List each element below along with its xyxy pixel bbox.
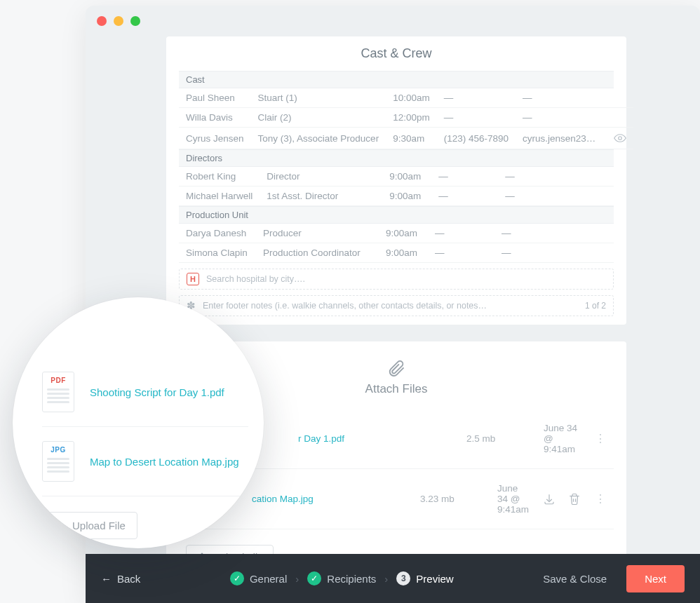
person-email: — [516, 88, 607, 108]
download-icon[interactable] [543, 493, 556, 506]
call-time: 9:00am [382, 167, 431, 187]
person-phone: (123) 456-7890 [437, 128, 516, 149]
footer-notes-placeholder: Enter footer notes (i.e. walkie channels… [203, 301, 487, 311]
table-row[interactable]: Willa DavisClair (2)12:00pm—— [179, 108, 633, 128]
table-row[interactable]: Cyrus JensenTony (3), Associate Producer… [179, 128, 633, 149]
more-icon[interactable]: ⋮ [595, 437, 607, 441]
call-time: 9:30am [386, 128, 437, 149]
group-header: Production Unit [179, 206, 614, 224]
person-role: 1st Asst. Director [260, 187, 382, 206]
person-role: Director [260, 167, 382, 187]
person-name: Willa Davis [179, 108, 251, 128]
chevron-right-icon: › [295, 573, 299, 585]
file-badge: JPG [51, 446, 66, 454]
group-header: Directors [179, 149, 614, 167]
step-number-icon: 3 [396, 571, 410, 585]
table-row[interactable]: Paul SheenStuart (1)10:00am—— [179, 88, 633, 108]
file-badge: PDF [51, 377, 66, 384]
person-name: Simona Clapin [179, 243, 256, 263]
person-phone: — [428, 243, 494, 263]
attachment-size: 3.23 mb [420, 494, 483, 504]
person-email: — [498, 167, 595, 187]
hospital-placeholder: Search hospital by city…. [206, 274, 305, 284]
call-time: 9:00am [382, 187, 431, 206]
person-email: — [498, 187, 595, 206]
back-label: Back [117, 573, 140, 585]
person-name: Cyrus Jensen [179, 128, 251, 149]
check-icon: ✓ [230, 571, 244, 585]
upload-file-label-zoom: Upload File [72, 520, 126, 531]
svg-point-0 [619, 137, 622, 140]
attachment-date: June 34 @ 9:41am [497, 483, 529, 515]
more-icon[interactable]: ⋮ [595, 497, 607, 501]
page-indicator: 1 of 2 [585, 301, 606, 311]
person-email: — [516, 108, 607, 128]
table-row[interactable]: Simona ClapinProduction Coordinator9:00a… [179, 243, 614, 263]
step-recipients[interactable]: ✓ Recipients [307, 571, 376, 585]
group-header: Cast [179, 71, 614, 88]
hospital-icon: H [187, 273, 199, 285]
person-role: Tony (3), Associate Producer [251, 128, 386, 149]
person-email: cyrus.jensen23@hotmail… [516, 128, 607, 149]
step-recipients-label: Recipients [327, 573, 376, 585]
attachment-name: r Day 1.pdf [298, 433, 452, 444]
stepper: ✓ General › ✓ Recipients › 3 Preview [153, 571, 530, 585]
table-row[interactable]: Michael Harwell1st Asst. Director9:00am—… [179, 187, 614, 206]
person-name: Darya Danesh [179, 224, 256, 243]
person-email: — [494, 224, 595, 243]
step-general-label: General [250, 573, 287, 585]
eye-icon[interactable] [614, 132, 626, 144]
footer-bar: ← Back ✓ General › ✓ Recipients › 3 Prev… [86, 554, 700, 603]
traffic-close-icon[interactable] [97, 16, 107, 26]
zoom-preview: PDFShooting Script for Day 1.pdfJPGMap t… [13, 297, 264, 548]
arrow-left-icon: ← [101, 573, 112, 585]
zoom-attachment-name: Map to Desert Location Map.jpg [90, 456, 239, 468]
people-table: Robert KingDirector9:00am——Michael Harwe… [179, 167, 614, 206]
table-row[interactable]: Robert KingDirector9:00am—— [179, 167, 614, 187]
upload-file-button-zoom[interactable]: Upload File [42, 512, 137, 539]
person-role: Production Coordinator [256, 243, 379, 263]
person-name: Paul Sheen [179, 88, 251, 108]
person-name: Michael Harwell [179, 187, 260, 206]
person-phone: — [431, 167, 498, 187]
trash-icon[interactable] [568, 493, 581, 506]
person-phone: — [437, 88, 516, 108]
hospital-search-row[interactable]: H Search hospital by city…. [179, 269, 614, 290]
table-row[interactable]: Darya DaneshProducer9:00am—— [179, 224, 614, 243]
next-button[interactable]: Next [626, 565, 685, 592]
zoom-attachment-row[interactable]: JPGMap to Desert Location Map.jpg [42, 427, 248, 496]
person-phone: — [431, 187, 498, 206]
people-table: Darya DaneshProducer9:00am——Simona Clapi… [179, 224, 614, 263]
people-table: Paul SheenStuart (1)10:00am——Willa Davis… [179, 88, 633, 149]
paperclip-icon [386, 358, 406, 378]
person-email: — [494, 243, 595, 263]
attachment-name: cation Map.jpg [252, 494, 406, 504]
person-role: Producer [256, 224, 379, 243]
back-button[interactable]: ← Back [101, 573, 140, 585]
file-type-icon: JPG [42, 441, 74, 482]
window-titlebar [86, 6, 700, 36]
save-and-close-button[interactable]: Save & Close [543, 573, 607, 585]
traffic-minimize-icon[interactable] [114, 16, 123, 26]
zoom-attachment-row[interactable]: PDFShooting Script for Day 1.pdf [42, 358, 248, 427]
call-time: 12:00pm [386, 108, 437, 128]
call-time: 9:00am [379, 243, 428, 263]
cast-crew-title: Cast & Crew [179, 46, 614, 61]
cast-crew-panel: Cast & Crew CastPaul SheenStuart (1)10:0… [166, 36, 626, 325]
person-role: Clair (2) [251, 108, 386, 128]
footer-notes-row[interactable]: ✽ Enter footer notes (i.e. walkie channe… [179, 295, 614, 316]
zoom-attachment-name: Shooting Script for Day 1.pdf [90, 386, 224, 398]
person-phone: — [428, 224, 494, 243]
call-time: 9:00am [379, 224, 428, 243]
step-preview[interactable]: 3 Preview [396, 571, 453, 585]
attachment-size: 2.5 mb [466, 433, 530, 444]
attachment-date: June 34 @ 9:41am [544, 423, 581, 454]
person-role: Stuart (1) [251, 88, 386, 108]
file-type-icon: PDF [42, 372, 74, 412]
traffic-zoom-icon[interactable] [130, 16, 140, 26]
upload-icon [54, 520, 65, 531]
person-phone: — [437, 108, 516, 128]
step-general[interactable]: ✓ General [230, 571, 287, 585]
chevron-right-icon: › [384, 573, 388, 585]
check-icon: ✓ [307, 571, 321, 585]
